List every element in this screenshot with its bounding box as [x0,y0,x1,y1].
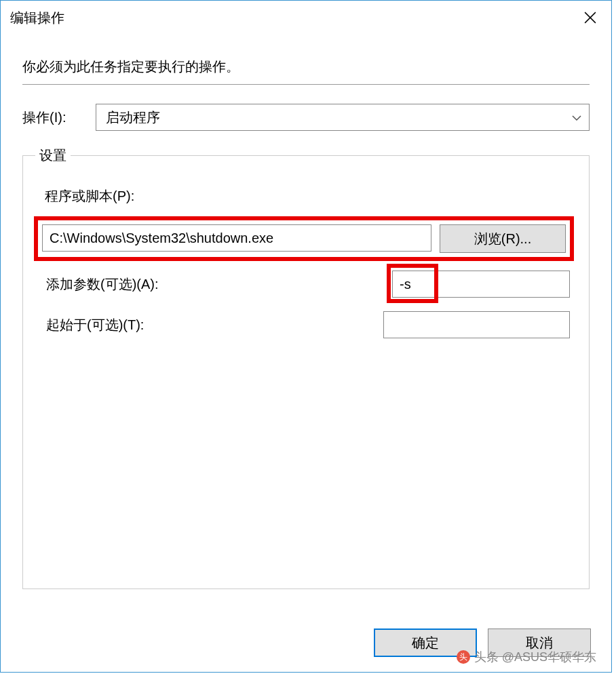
startin-input[interactable] [383,311,570,338]
program-label: 程序或脚本(P): [45,187,570,205]
args-input[interactable] [392,271,570,298]
watermark-text: 头条 @ASUS华硕华东 [474,649,596,665]
watermark: 头 头条 @ASUS华硕华东 [457,649,596,665]
close-button[interactable] [569,1,611,35]
action-dropdown[interactable]: 启动程序 [96,104,590,131]
args-row: 添加参数(可选)(A): [46,271,570,298]
startin-label: 起始于(可选)(T): [46,316,383,334]
divider [22,84,590,85]
startin-row: 起始于(可选)(T): [46,311,570,338]
titlebar: 编辑操作 [1,1,611,35]
dialog-content: 你必须为此任务指定要执行的操作。 操作(I): 启动程序 设置 程序或脚本(P)… [1,35,611,589]
close-icon [584,12,596,24]
watermark-icon: 头 [457,650,470,664]
browse-button[interactable]: 浏览(R)... [440,224,566,253]
program-input[interactable] [42,224,431,252]
settings-group: 设置 程序或脚本(P): 浏览(R)... 添加参数(可选)(A): 起始于(可… [22,155,590,589]
args-label: 添加参数(可选)(A): [46,275,392,294]
window-title: 编辑操作 [10,9,64,27]
action-selected: 启动程序 [106,108,160,127]
instruction-text: 你必须为此任务指定要执行的操作。 [22,58,590,76]
dialog-window: 编辑操作 你必须为此任务指定要执行的操作。 操作(I): 启动程序 设置 程序或… [0,0,612,673]
settings-legend: 设置 [35,146,71,165]
chevron-down-icon [571,110,582,125]
action-row: 操作(I): 启动程序 [22,104,590,131]
action-label: 操作(I): [22,108,83,127]
highlight-program-row: 浏览(R)... [34,216,574,261]
